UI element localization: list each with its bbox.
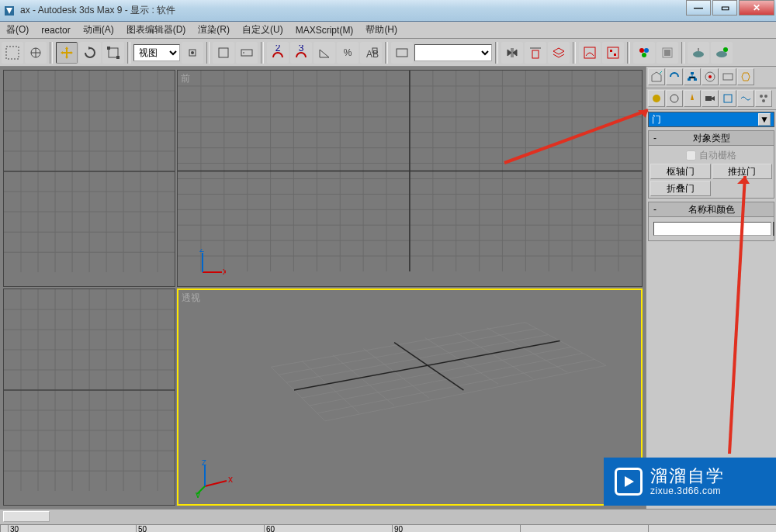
rollout-header-object-type[interactable]: - 对象类型 bbox=[648, 130, 774, 146]
modify-tab-icon[interactable] bbox=[666, 68, 683, 85]
named-selection-select[interactable] bbox=[414, 44, 492, 61]
viewport-label: 前 bbox=[181, 72, 190, 85]
quick-render-icon[interactable] bbox=[711, 42, 733, 64]
reference-coord-select[interactable]: 视图 bbox=[133, 44, 180, 61]
select-manipulate-icon[interactable] bbox=[213, 42, 234, 64]
rollout-title: 名称和颜色 bbox=[688, 203, 735, 216]
menu-item[interactable]: 图表编辑器(D) bbox=[120, 21, 192, 39]
material-editor-icon[interactable] bbox=[633, 42, 655, 64]
helpers-subtab-icon[interactable] bbox=[719, 90, 736, 107]
color-swatch[interactable] bbox=[773, 222, 774, 236]
autogrid-checkbox[interactable] bbox=[686, 150, 696, 161]
ruler-tick: 60 bbox=[264, 525, 392, 532]
maximize-button[interactable]: ▭ bbox=[712, 0, 737, 16]
hierarchy-tab-icon[interactable] bbox=[684, 68, 701, 85]
svg-rect-31 bbox=[664, 50, 670, 56]
watermark-play-icon bbox=[615, 468, 643, 496]
pivot-door-button[interactable]: 枢轴门 bbox=[650, 164, 711, 179]
systems-subtab-icon[interactable] bbox=[755, 90, 772, 107]
menu-item[interactable]: 渲染(R) bbox=[192, 21, 236, 39]
mirror-icon[interactable] bbox=[501, 42, 523, 64]
cameras-subtab-icon[interactable] bbox=[702, 90, 719, 107]
snap-3d-icon[interactable]: 3 bbox=[290, 42, 312, 64]
object-name-input[interactable] bbox=[653, 222, 771, 236]
object-category-dropdown[interactable]: 门 ▼ bbox=[648, 112, 774, 127]
viewport-left[interactable] bbox=[3, 288, 175, 506]
menu-item[interactable]: reactor bbox=[35, 22, 76, 38]
svg-point-11 bbox=[191, 51, 194, 54]
motion-tab-icon[interactable] bbox=[702, 68, 719, 85]
viewport-perspective[interactable]: 透视 bbox=[177, 288, 643, 506]
menu-item[interactable]: MAXScript(M) bbox=[289, 22, 360, 38]
dropdown-arrow-icon: ▼ bbox=[758, 113, 771, 126]
autogrid-label: 自动栅格 bbox=[699, 149, 736, 162]
time-slider[interactable] bbox=[0, 509, 776, 524]
svg-point-34 bbox=[716, 51, 727, 57]
lights-subtab-icon[interactable] bbox=[684, 90, 701, 107]
menu-item[interactable]: 动画(A) bbox=[77, 21, 120, 39]
display-tab-icon[interactable] bbox=[719, 68, 736, 85]
svg-point-147 bbox=[670, 95, 678, 102]
tool-select-object-icon[interactable] bbox=[25, 42, 47, 64]
utilities-tab-icon[interactable] bbox=[737, 68, 754, 85]
minimize-button[interactable]: — bbox=[686, 0, 711, 16]
svg-point-146 bbox=[653, 95, 660, 102]
ruler-tick: 30 bbox=[8, 525, 136, 532]
ruler-tick: 90 bbox=[392, 525, 520, 532]
svg-text:x: x bbox=[228, 474, 233, 485]
rollout-header-name-color[interactable]: - 名称和颜色 bbox=[648, 202, 774, 217]
ruler-tick: 50 bbox=[136, 525, 264, 532]
spacewarps-subtab-icon[interactable] bbox=[737, 90, 754, 107]
tool-select-all-icon[interactable] bbox=[2, 42, 23, 64]
scale-tool-icon[interactable] bbox=[102, 42, 124, 64]
time-ruler[interactable]: 30 50 60 90 bbox=[0, 524, 776, 532]
svg-point-144 bbox=[708, 75, 712, 78]
pivot-icon[interactable] bbox=[182, 42, 203, 64]
window-titlebar: ax - Autodesk 3ds Max 9 - 显示 : 软件 — ▭ ✕ bbox=[0, 0, 776, 22]
close-button[interactable]: ✕ bbox=[739, 0, 774, 16]
menu-item[interactable]: 帮助(H) bbox=[359, 21, 404, 39]
svg-rect-140 bbox=[691, 72, 694, 74]
rollout-title: 对象类型 bbox=[693, 132, 730, 145]
geometry-subtab-icon[interactable] bbox=[648, 90, 665, 107]
bifold-door-button[interactable]: 折叠门 bbox=[650, 181, 711, 196]
command-panel-tabs bbox=[646, 67, 776, 88]
menu-item[interactable]: 器(O) bbox=[0, 21, 35, 39]
svg-point-151 bbox=[764, 95, 767, 98]
angle-snap-icon[interactable] bbox=[314, 42, 335, 64]
shapes-subtab-icon[interactable] bbox=[666, 90, 683, 107]
align-icon[interactable] bbox=[525, 42, 546, 64]
window-controls: — ▭ ✕ bbox=[684, 0, 774, 16]
svg-point-28 bbox=[644, 48, 649, 53]
collapse-icon: - bbox=[653, 204, 656, 215]
keyboard-shortcut-icon[interactable] bbox=[236, 42, 258, 64]
render-production-icon[interactable] bbox=[688, 42, 709, 64]
viewport-top[interactable] bbox=[3, 70, 175, 287]
command-panel: 门 ▼ - 对象类型 自动栅格 枢轴门 推拉门 折叠门 bbox=[646, 67, 776, 509]
schematic-view-icon[interactable] bbox=[602, 42, 624, 64]
menu-item[interactable]: 自定义(U) bbox=[236, 21, 289, 39]
svg-text:z: z bbox=[202, 459, 206, 468]
svg-text:3: 3 bbox=[299, 45, 304, 54]
axis-gizmo-icon: x z y bbox=[196, 459, 234, 498]
move-tool-icon[interactable] bbox=[56, 42, 78, 64]
percent-snap-icon[interactable]: % bbox=[337, 42, 359, 64]
spinner-snap-icon[interactable]: ABC bbox=[360, 42, 382, 64]
svg-rect-22 bbox=[532, 50, 539, 58]
create-subtabs bbox=[646, 88, 776, 110]
curve-editor-icon[interactable] bbox=[579, 42, 601, 64]
sliding-door-button[interactable]: 推拉门 bbox=[712, 164, 773, 179]
create-tab-icon[interactable] bbox=[648, 68, 665, 85]
rotate-tool-icon[interactable] bbox=[79, 42, 101, 64]
named-selection-icon[interactable] bbox=[391, 42, 413, 64]
render-scene-icon[interactable] bbox=[656, 42, 678, 64]
app-icon bbox=[3, 5, 16, 17]
viewport-front[interactable]: 前 x z bbox=[177, 70, 643, 287]
viewport-area: 前 x z 透视 bbox=[0, 67, 646, 509]
svg-point-152 bbox=[762, 99, 765, 102]
svg-point-32 bbox=[693, 51, 704, 57]
layer-manager-icon[interactable] bbox=[548, 42, 570, 64]
collapse-icon: - bbox=[653, 133, 656, 143]
snap-2d-icon[interactable]: 2 bbox=[267, 42, 289, 64]
svg-rect-33 bbox=[698, 48, 699, 51]
